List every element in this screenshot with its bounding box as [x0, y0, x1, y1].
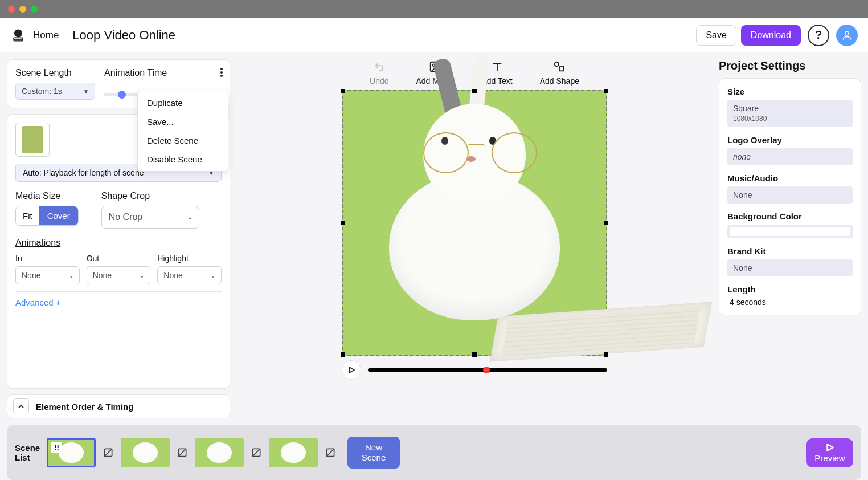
app-logo: [10, 27, 26, 43]
user-avatar-button[interactable]: [836, 25, 858, 46]
chevron-down-icon: ⌄: [140, 272, 144, 279]
scene-length-card: Scene Length Custom: 1s ▼ Animation Time: [7, 59, 230, 108]
selected-media[interactable]: [342, 90, 607, 356]
resize-handle[interactable]: [472, 352, 477, 357]
media-thumbnail[interactable]: [15, 123, 50, 157]
resize-handle[interactable]: [341, 221, 345, 225]
svg-point-6: [220, 71, 223, 74]
svg-point-4: [845, 31, 849, 35]
chevron-down-icon: ⌄: [187, 214, 192, 221]
svg-rect-2: [14, 38, 22, 39]
seek-slider[interactable]: [368, 368, 607, 372]
scene-thumb-2[interactable]: [121, 438, 170, 467]
resize-handle[interactable]: [604, 221, 608, 225]
window-minimize-dot[interactable]: [19, 6, 26, 13]
menu-delete-scene[interactable]: Delete Scene: [138, 131, 228, 150]
playback-controls: [342, 360, 607, 380]
menu-disable-scene[interactable]: Disable Scene: [138, 150, 228, 169]
add-shape-button[interactable]: Add Shape: [540, 60, 579, 86]
advanced-link[interactable]: Advanced +: [15, 298, 222, 307]
chevron-up-icon: [18, 403, 24, 410]
brand-label: Brand Kit: [727, 246, 853, 256]
undo-icon: [373, 60, 386, 73]
brand-select[interactable]: None: [727, 259, 853, 276]
preview-button[interactable]: Preview: [806, 438, 853, 467]
app-topbar: Home Loop Video Online Save Download ?: [0, 18, 868, 52]
shape-crop-label: Shape Crop: [101, 191, 199, 201]
size-select[interactable]: Square 1080x1080: [727, 100, 853, 127]
resize-handle[interactable]: [604, 352, 608, 357]
logo-overlay-select[interactable]: none: [727, 148, 853, 165]
svg-line-13: [104, 449, 112, 456]
element-order-panel[interactable]: Element Order & Timing: [7, 394, 230, 418]
app-title: Loop Video Online: [72, 28, 175, 43]
help-icon: ?: [815, 29, 822, 42]
svg-line-19: [326, 449, 334, 456]
anim-in-select[interactable]: None⌄: [15, 266, 80, 284]
resize-handle[interactable]: [472, 89, 477, 93]
svg-point-7: [220, 75, 223, 77]
window-titlebar: [0, 0, 868, 18]
save-button[interactable]: Save: [696, 25, 736, 46]
transition-icon[interactable]: [103, 447, 114, 458]
scene-thumb-4[interactable]: [269, 438, 318, 467]
animation-time-label: Animation Time: [104, 68, 186, 78]
length-label: Length: [727, 284, 853, 294]
svg-rect-3: [14, 39, 22, 40]
canvas-area[interactable]: [342, 90, 607, 356]
menu-save[interactable]: Save...: [138, 112, 228, 131]
transition-icon[interactable]: [251, 447, 262, 458]
chevron-down-icon: ⌄: [69, 272, 73, 279]
home-link[interactable]: Home: [33, 30, 59, 41]
help-button[interactable]: ?: [808, 25, 829, 46]
anim-highlight-select[interactable]: None⌄: [157, 266, 222, 284]
scene-list-strip: Scene List ⠿ New Scene Preview: [7, 425, 861, 480]
resize-handle[interactable]: [341, 89, 345, 93]
media-size-label: Media Size: [15, 191, 79, 201]
element-order-label: Element Order & Timing: [36, 402, 133, 412]
logo-overlay-label: Logo Overlay: [727, 135, 853, 145]
svg-line-17: [252, 449, 260, 456]
window-maximize-dot[interactable]: [31, 6, 38, 13]
chevron-down-icon: ▼: [83, 88, 89, 95]
anim-highlight-label: Highlight: [157, 254, 222, 263]
bgcolor-picker[interactable]: [727, 225, 853, 238]
music-select[interactable]: None: [727, 186, 853, 204]
scene-context-menu: Duplicate Save... Delete Scene Disable S…: [137, 91, 228, 172]
slider-thumb[interactable]: [118, 91, 126, 99]
drag-handle-icon[interactable]: ⠿: [51, 442, 62, 453]
cover-button[interactable]: Cover: [39, 206, 78, 225]
undo-button[interactable]: Undo: [370, 60, 388, 86]
play-button[interactable]: [342, 360, 361, 380]
scene-length-select[interactable]: Custom: 1s ▼: [15, 83, 95, 100]
resize-handle[interactable]: [604, 89, 608, 93]
anim-in-label: In: [15, 254, 80, 263]
user-icon: [841, 30, 853, 41]
transition-icon[interactable]: [177, 447, 188, 458]
scene-thumb-1[interactable]: ⠿: [47, 438, 96, 467]
resize-handle[interactable]: [341, 352, 345, 357]
transition-icon[interactable]: [325, 447, 336, 458]
new-scene-button[interactable]: New Scene: [347, 437, 400, 469]
scene-thumb-3[interactable]: [195, 438, 244, 467]
shape-crop-select[interactable]: No Crop ⌄: [101, 206, 199, 229]
seek-thumb[interactable]: [483, 367, 490, 373]
fit-button[interactable]: Fit: [16, 206, 39, 225]
scene-length-label: Scene Length: [15, 68, 95, 78]
size-label: Size: [727, 87, 853, 96]
window-close-dot[interactable]: [8, 6, 15, 13]
bgcolor-label: Background Color: [727, 211, 853, 221]
kebab-icon: [220, 68, 223, 77]
book-prop: [490, 302, 712, 362]
expand-button[interactable]: [13, 398, 29, 414]
chevron-down-icon: ⌄: [211, 272, 215, 279]
text-icon: [491, 60, 503, 73]
project-settings-title: Project Settings: [719, 59, 861, 72]
scene-menu-button[interactable]: [220, 68, 223, 77]
svg-point-0: [14, 29, 22, 37]
menu-duplicate[interactable]: Duplicate: [138, 93, 228, 112]
svg-rect-1: [13, 37, 23, 41]
anim-out-select[interactable]: None⌄: [87, 266, 151, 284]
animations-label: Animations: [15, 238, 222, 248]
download-button[interactable]: Download: [741, 25, 801, 46]
